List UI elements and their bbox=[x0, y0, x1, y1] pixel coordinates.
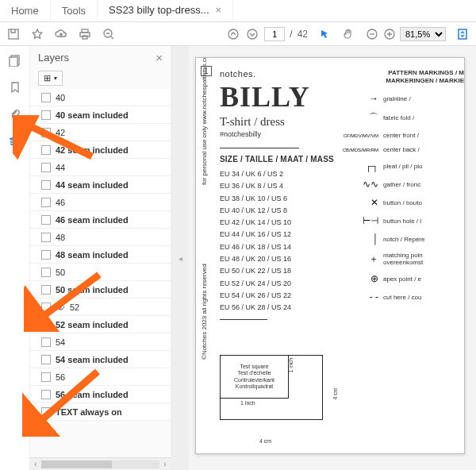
svg-point-6 bbox=[248, 29, 257, 39]
scroll-left-icon[interactable]: ‹ bbox=[30, 460, 41, 468]
layer-label: 42 seam included bbox=[56, 145, 129, 155]
page-up-icon[interactable] bbox=[226, 27, 240, 41]
toolbar: / 42 81,5% bbox=[0, 22, 476, 46]
tab-home[interactable]: Home bbox=[0, 0, 51, 21]
attachments-icon[interactable] bbox=[7, 106, 23, 122]
layer-item[interactable]: 50 bbox=[30, 264, 171, 281]
layer-visibility-checkbox[interactable] bbox=[41, 180, 51, 190]
layer-visibility-checkbox[interactable] bbox=[41, 302, 51, 312]
zoom-select[interactable]: 81,5% bbox=[400, 27, 446, 41]
layer-item[interactable]: 56 seam included bbox=[30, 386, 171, 403]
page-total: 42 bbox=[298, 29, 308, 40]
side-rail bbox=[0, 46, 30, 470]
svg-rect-0 bbox=[9, 29, 18, 39]
close-icon[interactable]: × bbox=[216, 4, 222, 16]
layer-visibility-checkbox[interactable] bbox=[41, 250, 51, 260]
layer-label: TEXT always on bbox=[56, 407, 122, 417]
page-down-icon[interactable] bbox=[245, 27, 259, 41]
layer-label: 48 seam included bbox=[56, 250, 129, 260]
layer-item[interactable]: 48 seam included bbox=[30, 246, 171, 264]
layer-visibility-checkbox[interactable] bbox=[41, 215, 51, 225]
pointer-icon[interactable] bbox=[317, 27, 332, 41]
layer-visibility-checkbox[interactable] bbox=[41, 128, 51, 137]
zoom-controls: 81,5% bbox=[365, 27, 446, 41]
layer-label: 44 seam included bbox=[56, 180, 129, 190]
app-tabs: Home Tools SS23 billy top-dress... × bbox=[0, 0, 476, 22]
layer-label: 54 bbox=[56, 337, 65, 347]
layer-label: 54 seam included bbox=[56, 355, 129, 364]
layer-visibility-checkbox[interactable] bbox=[41, 285, 51, 295]
layer-label: 52 bbox=[70, 302, 79, 312]
panel-close-icon[interactable]: × bbox=[155, 51, 163, 64]
layer-list[interactable]: 4040 seam included4242 seam included4444… bbox=[30, 89, 171, 457]
bookmarks-icon[interactable] bbox=[7, 79, 23, 95]
layers-panel: Layers × ⊞ ▾ 4040 seam included4242 seam… bbox=[30, 46, 171, 470]
layer-item[interactable]: 52 seam included bbox=[30, 316, 171, 333]
legend-heading: PATTERN MARKINGS / M MARKERINGEN / MARKI… bbox=[353, 69, 464, 84]
layer-visibility-checkbox[interactable] bbox=[41, 268, 51, 277]
eye-icon bbox=[56, 302, 65, 312]
layer-visibility-checkbox[interactable] bbox=[41, 355, 51, 364]
layer-item[interactable]: 46 bbox=[30, 194, 171, 211]
pdf-page: 1 notches. BILLY T-shirt / dress #notche… bbox=[195, 57, 465, 454]
panel-title: Layers bbox=[38, 52, 69, 64]
page-sep: / bbox=[290, 29, 292, 40]
tab-tools[interactable]: Tools bbox=[51, 0, 98, 21]
layer-visibility-checkbox[interactable] bbox=[41, 337, 51, 347]
thumbnails-icon[interactable] bbox=[7, 52, 23, 68]
layer-item[interactable]: 54 bbox=[30, 333, 171, 351]
hand-icon[interactable] bbox=[341, 27, 355, 41]
svg-point-12 bbox=[60, 306, 62, 308]
layer-label: 40 bbox=[56, 93, 65, 102]
layer-visibility-checkbox[interactable] bbox=[41, 390, 51, 399]
test-square: Test square Test d'échelle Controlevierk… bbox=[220, 355, 339, 434]
gutter-handle[interactable]: ◂ bbox=[171, 46, 189, 470]
svg-rect-9 bbox=[459, 29, 466, 39]
star-icon[interactable] bbox=[30, 27, 44, 41]
layer-item[interactable]: 44 seam included bbox=[30, 176, 171, 194]
document-viewer[interactable]: ◂ 1 notches. BILLY T-shirt / dress #notc… bbox=[171, 46, 476, 470]
layer-item[interactable]: 54 seam included bbox=[30, 351, 171, 368]
layer-visibility-checkbox[interactable] bbox=[41, 93, 51, 102]
fit-page-icon[interactable] bbox=[455, 27, 470, 41]
layer-item[interactable]: 42 seam included bbox=[30, 141, 171, 159]
svg-rect-11 bbox=[10, 57, 17, 67]
layer-visibility-checkbox[interactable] bbox=[41, 145, 51, 155]
zoom-minus-icon[interactable] bbox=[365, 27, 379, 41]
layer-item[interactable]: TEXT always on bbox=[30, 403, 171, 421]
layer-item[interactable]: 42 bbox=[30, 124, 171, 141]
save-icon[interactable] bbox=[6, 27, 21, 41]
layer-visibility-checkbox[interactable] bbox=[41, 233, 51, 242]
layer-item[interactable]: 40 seam included bbox=[30, 106, 171, 124]
zoom-plus-icon[interactable] bbox=[382, 27, 397, 41]
main-area: Layers × ⊞ ▾ 4040 seam included4242 seam… bbox=[0, 46, 476, 470]
layer-item[interactable]: 48 bbox=[30, 229, 171, 246]
layer-label: 50 bbox=[56, 268, 65, 277]
layer-visibility-checkbox[interactable] bbox=[41, 163, 51, 172]
layer-item[interactable]: 56 bbox=[30, 368, 171, 386]
layer-label: 56 bbox=[56, 372, 65, 382]
panel-hscroll[interactable]: ‹ › bbox=[30, 457, 171, 470]
layer-options-button[interactable]: ⊞ ▾ bbox=[38, 71, 63, 86]
layers-icon[interactable] bbox=[7, 133, 23, 149]
copyright-line1: for personal use only www.notchespattern… bbox=[201, 57, 208, 185]
tab-document[interactable]: SS23 billy top-dress... × bbox=[98, 0, 233, 21]
layer-visibility-checkbox[interactable] bbox=[41, 320, 51, 329]
layer-item[interactable]: 46 seam included bbox=[30, 211, 171, 229]
layer-item[interactable]: 40 bbox=[30, 89, 171, 106]
layer-label: 46 bbox=[56, 198, 65, 207]
layer-item[interactable]: 52 bbox=[30, 299, 171, 316]
print-icon[interactable] bbox=[78, 27, 92, 41]
zoom-out-icon[interactable] bbox=[102, 27, 116, 41]
cloud-upload-icon[interactable] bbox=[54, 27, 68, 41]
layer-visibility-checkbox[interactable] bbox=[41, 372, 51, 382]
layer-item[interactable]: 50 seam included bbox=[30, 281, 171, 299]
layer-visibility-checkbox[interactable] bbox=[41, 198, 51, 207]
scroll-right-icon[interactable]: › bbox=[159, 460, 171, 468]
layer-label: 46 seam included bbox=[56, 215, 129, 225]
layer-visibility-checkbox[interactable] bbox=[41, 407, 51, 417]
layer-item[interactable]: 44 bbox=[30, 159, 171, 176]
layer-visibility-checkbox[interactable] bbox=[41, 110, 51, 120]
page-nav: / 42 bbox=[226, 27, 308, 41]
page-current-input[interactable] bbox=[264, 27, 285, 41]
